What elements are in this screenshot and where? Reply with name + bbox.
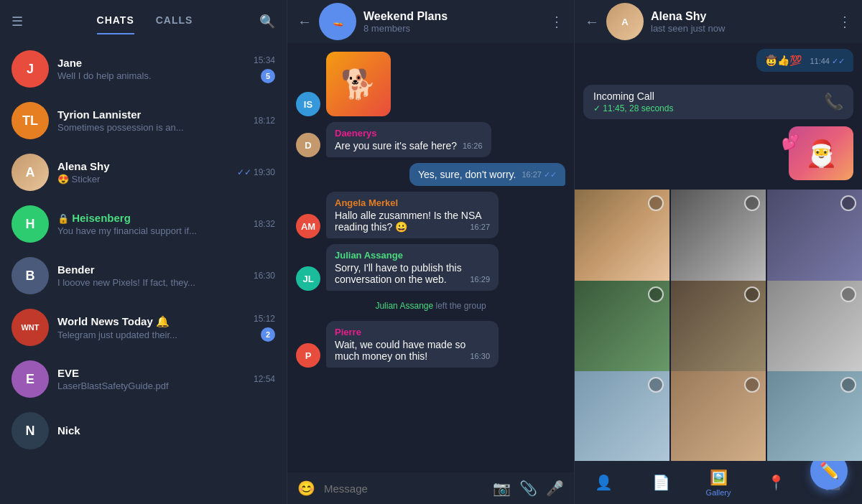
incoming-call-bubble: Incoming Call ✓ 11:45, 28 seconds 📞 [583,85,853,119]
photo-cell-4[interactable] [575,281,669,375]
avatar-is: IS [296,92,320,116]
chat-name-nick: Nick [57,424,275,437]
nav-tab-profile[interactable]: 👤 [575,461,632,504]
msg-time-self1: 16:27 ✓✓ [522,170,557,179]
chat-item-heisenberg[interactable]: H 🔒 Heisenberg You have my financial sup… [0,198,287,250]
profile-icon: 👤 [595,474,613,491]
camera-icon[interactable]: 📷 [493,480,511,497]
chat-preview-jane: Well I do help animals. [57,70,254,81]
bubble-pierre: Pierre Wait, we could have made so much … [326,321,499,368]
chat-meta-heisenberg: 18:32 [254,219,275,229]
chat-item-bender[interactable]: B Bender I looove new Pixels! If fact, t… [0,250,287,302]
call-label: Incoming Call [593,90,673,102]
avatar-bender: B [11,257,49,294]
photo-grid [575,190,862,461]
photo-cell-2[interactable] [671,190,766,284]
system-message-julian: Julian Assange left the group [296,297,565,315]
avatar-angela: AM [296,214,320,238]
message-text-daenerys: Are you sure it's safe here? [335,140,457,151]
emoji-icon[interactable]: 😊 [297,480,315,497]
photo-cell-7[interactable] [575,371,669,461]
nav-tab-gallery[interactable]: 🖼️ Gallery [690,461,747,504]
chat-meta-jane: 15:34 5 [254,55,275,83]
attach-icon[interactable]: 📎 [519,480,537,497]
more-options-icon[interactable]: ⋮ [550,13,564,30]
mic-icon[interactable]: 🎤 [546,480,564,497]
msg-row-angela: AM Angela Merkel Hallo alle zusammen! Is… [296,192,565,238]
back-button[interactable]: ← [297,14,312,30]
photo-check-1 [648,195,664,211]
avatar-pierre: P [296,343,320,368]
top-bubble: 🤠👍💯 11:44 ✓✓ [756,49,853,72]
chat-preview-heisenberg: You have my financial support if... [57,225,254,236]
chat-item-nick[interactable]: N Nick [0,405,287,457]
chat-input-area: 😊 📷 📎 🎤 [287,472,574,504]
chat-item-jane[interactable]: J Jane Well I do help animals. 15:34 5 [0,43,287,95]
messages-area: IS 🐕 D Daenerys Are you sure it's safe h… [287,43,574,472]
avatar-jane: J [11,50,49,88]
chat-info-alena: Alena Shy 😍 Sticker [57,160,237,185]
top-bubble-time: 11:44 ✓✓ [810,57,845,65]
chat-time-tyrion: 18:12 [254,116,275,126]
top-bubble-emojis: 🤠👍💯 [765,55,802,66]
tab-chats[interactable]: CHATS [97,14,134,29]
right-header-info: Alena Shy last seen just now [651,10,838,34]
left-header: ☰ CHATS CALLS 🔍 [0,0,287,43]
chat-info-jane: Jane Well I do help animals. [57,57,254,81]
photo-check-3 [840,195,856,211]
middle-panel: ← 🚤 Weekend Plans 8 members ⋮ IS 🐕 D Dae… [287,0,575,504]
menu-icon[interactable]: ☰ [11,14,23,29]
avatar-worldnews: WNT [11,309,49,346]
gallery-icon: 🖼️ [710,469,728,486]
chat-meta-alena: ✓✓ 19:30 [237,167,275,177]
call-time: ✓ 11:45, 28 seconds [593,103,673,113]
bubble-angela: Angela Merkel Hallo alle zusammen! Is th… [326,192,499,238]
photo-cell-8[interactable] [671,371,766,461]
call-duration: 11:45, 28 seconds [603,103,673,113]
chat-name-eve: EVE [57,367,254,379]
message-input[interactable] [324,482,484,495]
msg-row-daenerys: D Daenerys Are you sure it's safe here? … [296,122,565,157]
sticker-right: 🎅 💕 [782,126,853,184]
right-chat-header: ← A Alena Shy last seen just now ⋮ [575,0,862,43]
search-icon[interactable]: 🔍 [259,14,275,29]
right-panel: ← A Alena Shy last seen just now ⋮ 🤠👍💯 1… [575,0,862,504]
photo-cell-6[interactable] [767,281,862,375]
right-back-button[interactable]: ← [585,14,599,30]
chat-meta-tyrion: 18:12 [254,116,275,126]
location-icon: 📍 [767,474,785,491]
tab-calls[interactable]: CALLS [156,14,193,29]
nav-tab-location[interactable]: 📍 [747,461,805,504]
sender-pierre: Pierre [335,327,490,337]
chat-name-alena: Alena Shy [57,160,237,172]
chat-preview-eve: LaserBlastSafetyGuide.pdf [57,381,254,391]
phone-icon: 📞 [824,93,843,111]
msg-row-self1: Yes, sure, don't worry. 16:27 ✓✓ [296,163,565,186]
tab-bar: CHATS CALLS [30,14,259,29]
photo-check-6 [840,286,856,302]
right-more-icon[interactable]: ⋮ [838,13,852,30]
msg-row-pierre: P Pierre Wait, we could have made so muc… [296,321,565,368]
sticker-right-area: 🎅 💕 [575,126,862,190]
chat-item-alena[interactable]: A Alena Shy 😍 Sticker ✓✓ 19:30 [0,146,287,198]
chat-name-worldnews: World News Today 🔔 [57,315,254,328]
sticker-message: 🐕 [326,52,391,116]
files-icon: 📄 [652,474,670,491]
nav-tab-files[interactable]: 📄 [632,461,690,504]
chat-item-worldnews[interactable]: WNT World News Today 🔔 Telegram just upd… [0,302,287,353]
chat-item-tyrion[interactable]: TL Tyrion Lannister Sometimes possession… [0,95,287,146]
photo-check-2 [744,195,760,211]
photo-cell-3[interactable] [767,190,862,284]
photo-cell-1[interactable] [575,190,669,284]
top-message-area: 🤠👍💯 11:44 ✓✓ [575,43,862,78]
photo-check-4 [648,286,664,302]
chat-time-alena: ✓✓ 19:30 [237,167,275,177]
chat-time-eve: 12:54 [254,374,275,384]
chat-item-eve[interactable]: E EVE LaserBlastSafetyGuide.pdf 12:54 [0,353,287,405]
photo-cell-5[interactable] [671,281,766,375]
chat-time-heisenberg: 18:32 [254,219,275,229]
chat-name-jane: Jane [57,57,254,69]
sender-angela: Angela Merkel [335,197,490,208]
right-avatar: A [606,3,644,40]
photo-cell-9[interactable] [767,371,862,461]
